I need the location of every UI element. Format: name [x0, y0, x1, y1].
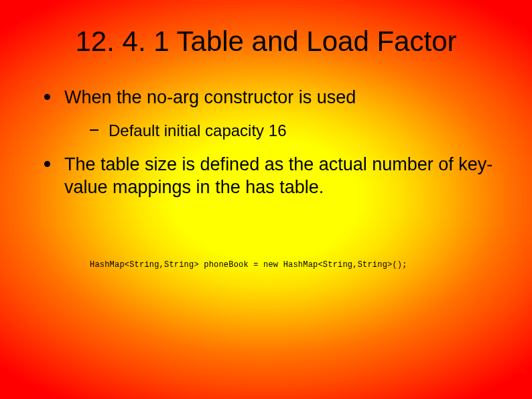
list-item: Default initial capacity 16	[86, 120, 493, 141]
bullet-text: When the no-arg constructor is used	[64, 87, 356, 107]
bullet-text: The table size is defined as the actual …	[64, 154, 492, 198]
list-item: The table size is defined as the actual …	[39, 153, 493, 199]
list-item: When the no-arg constructor is used Defa…	[39, 86, 493, 141]
code-snippet: HashMap<String,String> phoneBook = new H…	[90, 260, 407, 270]
slide-content: When the no-arg constructor is used Defa…	[39, 86, 493, 211]
sub-bullet-list: Default initial capacity 16	[86, 120, 493, 141]
slide: 12. 4. 1 Table and Load Factor When the …	[0, 0, 532, 399]
slide-title: 12. 4. 1 Table and Load Factor	[0, 25, 532, 58]
sub-bullet-text: Default initial capacity 16	[109, 121, 286, 139]
bullet-list: When the no-arg constructor is used Defa…	[39, 86, 493, 199]
